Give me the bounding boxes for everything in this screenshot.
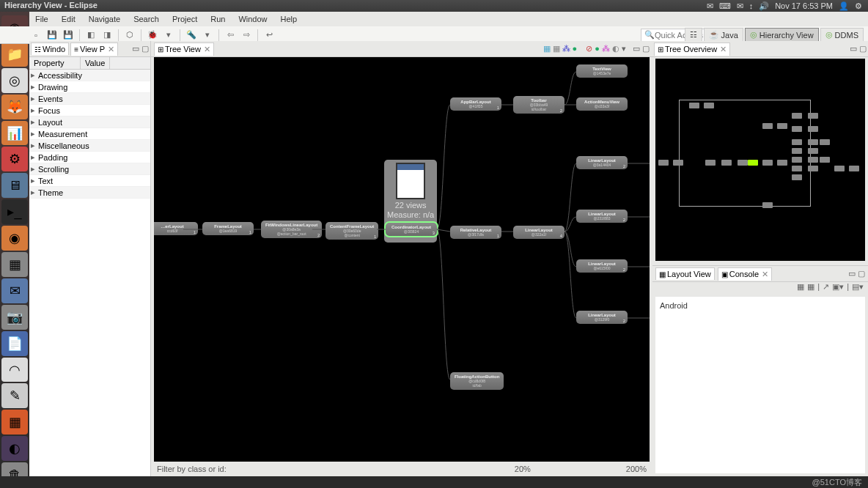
tree-node[interactable]: RelativeLayout@3f17dfa1 <box>450 226 501 239</box>
tool-icon[interactable]: ▦ <box>553 44 560 53</box>
tool-icon[interactable]: ↩ <box>262 29 276 42</box>
save-icon[interactable]: 💾 <box>45 29 59 42</box>
minimize-icon[interactable]: ▭ <box>848 269 856 278</box>
overview-viewport[interactable] <box>679 100 811 207</box>
launcher-settings-icon[interactable]: ⚙ <box>1 147 28 171</box>
console-tool-icon[interactable]: ▦ <box>807 282 814 297</box>
tray-icon[interactable]: ✉ <box>737 1 743 11</box>
menu-run[interactable]: Run <box>205 13 231 25</box>
maximize-icon[interactable]: ▢ <box>141 44 149 53</box>
dropdown-icon[interactable]: ▾ <box>201 29 214 42</box>
close-icon[interactable]: ✕ <box>762 270 768 279</box>
launcher-app-icon[interactable]: ◉ <box>1 226 28 251</box>
launcher-app-icon[interactable]: ▦ <box>1 252 28 277</box>
col-property[interactable]: Property <box>29 57 81 69</box>
launcher-files-icon[interactable]: 📁 <box>1 42 28 67</box>
tree-node-selected[interactable]: CoordinatorLayout@3f38243 <box>386 223 437 236</box>
tab-windows[interactable]: ☷ Windo <box>31 42 69 55</box>
tray-time[interactable]: Nov 17 6:53 PM <box>775 1 833 10</box>
launcher-app-icon[interactable]: 📷 <box>1 305 28 330</box>
tab-console[interactable]: ▣ Console ✕ <box>718 267 772 281</box>
tree-node[interactable]: LinearLayout@231f8832 <box>576 210 628 223</box>
tree-canvas[interactable]: …erLayoutccd63f1 FrameLayout@1ea68191 Fi… <box>154 57 650 462</box>
tool-icon[interactable]: ⊘ <box>586 44 592 53</box>
console-tool-icon[interactable]: ▦ <box>797 282 804 297</box>
launcher-app-icon[interactable]: ◠ <box>1 358 28 382</box>
tool-icon[interactable]: ◐ <box>612 44 619 53</box>
nav-back-icon[interactable]: ⇦ <box>224 29 237 42</box>
dropdown-icon[interactable]: ▾ <box>162 29 175 42</box>
tray-icon[interactable]: ↕ <box>749 1 754 10</box>
tree-node[interactable]: FitWindowsLinearLayout@30a8e3a@action_ba… <box>261 221 322 238</box>
menu-file[interactable]: File <box>29 13 54 25</box>
perspective-hierarchy[interactable]: ◎Hierarchy View <box>745 28 819 42</box>
launcher-gedit-icon[interactable]: ✎ <box>1 383 28 408</box>
menu-help[interactable]: Help <box>275 13 304 25</box>
tree-node[interactable]: FrameLayout@1ea68191 <box>202 222 254 235</box>
close-icon[interactable]: ✕ <box>108 45 114 54</box>
tray-icon[interactable]: ✉ <box>707 1 713 11</box>
close-icon[interactable]: ✕ <box>720 45 727 54</box>
menu-search[interactable]: Search <box>128 13 165 25</box>
tool-icon[interactable]: ⬡ <box>123 29 136 42</box>
perspective-java[interactable]: ☕Java <box>704 28 743 42</box>
tree-node[interactable]: TextView@1453e7e <box>576 64 628 78</box>
console-tool-icon[interactable]: ▣▾ <box>832 282 844 297</box>
launcher-libreoffice-icon[interactable]: 📊 <box>1 121 28 146</box>
overview-canvas[interactable] <box>655 59 865 261</box>
tab-view-properties[interactable]: ≡ View P ✕ <box>70 42 118 56</box>
tree-node[interactable]: AppBarLayout@41ff351 <box>450 97 501 111</box>
console-tool-icon[interactable]: ↗ <box>823 282 829 297</box>
tree-node[interactable]: ContentFrameLayout@30e60de@content1 <box>326 222 378 240</box>
tray-icon[interactable]: ⌨ <box>719 1 731 11</box>
maximize-icon[interactable]: ▢ <box>859 44 867 53</box>
menu-navigate[interactable]: Navigate <box>83 13 126 25</box>
tray-gear-icon[interactable]: ⚙ <box>855 1 862 11</box>
launcher-monitor-icon[interactable]: 🖥 <box>1 173 28 198</box>
tool-icon[interactable]: ⁂ <box>562 44 570 53</box>
tree-node[interactable]: LinearLayout@e615f002 <box>576 259 628 273</box>
maximize-icon[interactable]: ▢ <box>858 269 865 278</box>
tool-icon[interactable]: ▦ <box>543 44 551 53</box>
minimize-icon[interactable]: ▭ <box>850 44 857 53</box>
nav-fwd-icon[interactable]: ⇨ <box>240 29 253 42</box>
debug-icon[interactable]: 🐞 <box>146 29 159 42</box>
saveall-icon[interactable]: 💾 <box>62 29 75 42</box>
tool-icon[interactable]: ● <box>573 44 578 53</box>
tree-node[interactable]: FloatingActionButton@cd8d0f8id/fab <box>450 372 504 390</box>
launcher-thunderbird-icon[interactable]: ✉ <box>1 278 28 303</box>
tool-icon[interactable]: ◧ <box>84 29 98 42</box>
tab-tree-overview[interactable]: ⊞ Tree Overview ✕ <box>654 42 730 56</box>
tree-node[interactable]: ActionMenuView@d33a3f <box>576 97 628 111</box>
tray-user-icon[interactable]: 👤 <box>839 1 849 11</box>
open-perspective-icon[interactable]: ☷ <box>685 28 702 42</box>
launcher-writer-icon[interactable]: 📄 <box>1 331 28 356</box>
tool-icon[interactable]: ◨ <box>100 29 114 42</box>
tool-icon[interactable]: ⁂ <box>602 44 610 53</box>
tree-node[interactable]: LinearLayout@3129f02 <box>576 311 628 324</box>
tray-icon[interactable]: 🔊 <box>759 1 769 11</box>
close-icon[interactable]: ✕ <box>204 45 210 54</box>
properties-table[interactable]: PropertyValue ▸Accessibility ▸Drawing ▸E… <box>29 57 150 476</box>
tree-node[interactable]: LinearLayout@322a1f4 <box>513 226 564 239</box>
console-tool-icon[interactable]: ▤▾ <box>852 282 864 297</box>
maximize-icon[interactable]: ▢ <box>642 44 650 53</box>
minimize-icon[interactable]: ▭ <box>132 44 139 53</box>
console-output[interactable]: Android <box>655 297 865 473</box>
tree-node[interactable]: Toolbar@33bba49id/toolbar2 <box>513 96 564 114</box>
menu-edit[interactable]: Edit <box>56 13 81 25</box>
tree-node[interactable]: LinearLayout@3a144042 <box>576 156 628 169</box>
new-icon[interactable]: ▫ <box>29 29 43 42</box>
menu-project[interactable]: Project <box>166 13 203 25</box>
perspective-ddms[interactable]: ◎DDMS <box>820 28 864 42</box>
launcher-eclipse-icon[interactable]: ◐ <box>1 436 28 461</box>
menu-window[interactable]: Window <box>232 13 273 25</box>
launcher-chrome-icon[interactable]: ◎ <box>1 68 28 93</box>
console-tool-icon[interactable]: | <box>847 282 849 297</box>
tab-tree-view[interactable]: ⊞ Tree View ✕ <box>154 42 214 56</box>
tree-node[interactable]: …erLayoutccd63f1 <box>154 222 198 235</box>
tab-layout-view[interactable]: ▦ Layout View <box>655 267 715 280</box>
search-icon[interactable]: 🔦 <box>185 29 198 42</box>
console-tool-icon[interactable]: | <box>817 282 820 297</box>
launcher-firefox-icon[interactable]: 🦊 <box>1 95 28 119</box>
